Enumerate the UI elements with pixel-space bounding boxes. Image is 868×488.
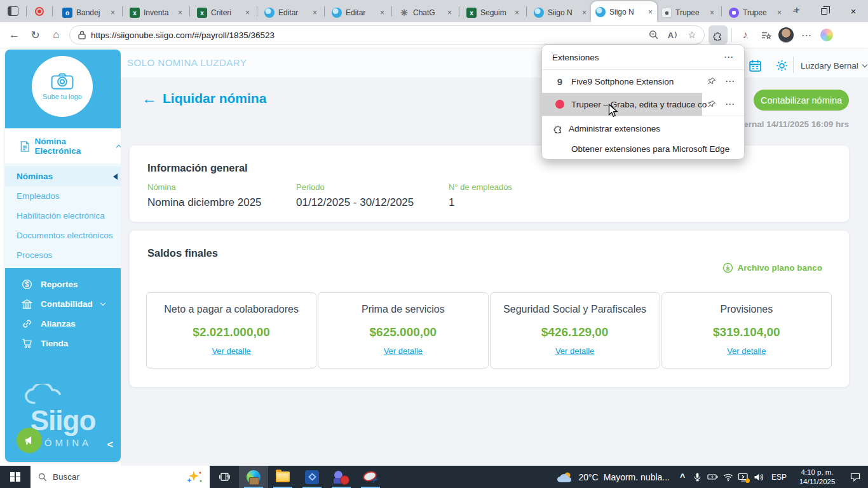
language-indicator[interactable]: ESP [766, 473, 792, 482]
tab-editar-2[interactable]: Editar× [327, 3, 389, 22]
back-arrow-icon[interactable]: ← [142, 91, 157, 106]
address-bar[interactable]: https://siigonube.siigo.com/#/payroll/18… [69, 25, 705, 44]
saldos-title: Saldos finales [147, 247, 849, 259]
sidebar-section-nomina-electronica[interactable]: Nómina Electrónica [5, 137, 121, 156]
taskbar-edge-app[interactable] [239, 466, 268, 488]
bank-file-link[interactable]: Archivo plano banco [722, 262, 822, 273]
tab-close-icon[interactable]: × [447, 9, 452, 17]
pin-icon[interactable] [707, 100, 716, 109]
tray-expand-icon[interactable]: ^ [675, 466, 690, 488]
tab-siigo-1[interactable]: Siigo N× [529, 3, 591, 22]
task-view-button[interactable] [210, 466, 239, 488]
sidebar-item-reportes[interactable]: Reportes [5, 274, 121, 294]
extension-item-five9[interactable]: 9 Five9 Softphone Extension ⋯ [542, 70, 744, 93]
cart-icon [22, 338, 32, 349]
profile-avatar[interactable] [776, 25, 796, 44]
trupeer-icon [661, 8, 672, 18]
taskbar-weather[interactable]: 20°C Mayorm. nubla... [552, 466, 675, 488]
tab-close-icon[interactable]: × [245, 9, 250, 17]
copilot-icon[interactable] [817, 25, 836, 44]
media-controls-icon[interactable]: ♪◦ [736, 25, 755, 44]
coin-icon [22, 279, 32, 290]
tab-siigo-active[interactable]: Siigo N× [591, 1, 657, 22]
read-aloud-icon[interactable]: A [663, 26, 682, 44]
saldo-card-neto: Neto a pagar a colaboradores $2.021.000,… [146, 292, 316, 369]
url-text[interactable]: https://siigonube.siigo.com/#/payroll/18… [91, 30, 644, 40]
upload-logo-button[interactable]: Sube tu logo [32, 56, 93, 117]
tab-bandeja[interactable]: oBandej× [58, 3, 119, 22]
collapse-sidebar-icon[interactable]: < [107, 439, 113, 451]
calendar-icon[interactable] [747, 58, 763, 73]
get-extensions[interactable]: Obtener extensiones para Microsoft Edge [542, 139, 744, 159]
cast-icon[interactable] [736, 466, 751, 488]
favorite-star-icon[interactable]: ☆ [682, 26, 702, 44]
sidebar-item-alianzas[interactable]: Alianzas [5, 314, 121, 334]
sidebar-item-documentos[interactable]: Documentos electrónicos [5, 226, 121, 245]
back-button[interactable]: ← [4, 25, 25, 45]
siigo-icon [264, 8, 275, 18]
battery-icon[interactable] [705, 466, 721, 488]
gear-icon[interactable] [774, 58, 789, 73]
tab-close-icon[interactable]: × [582, 9, 587, 17]
zoom-out-icon[interactable] [644, 26, 663, 44]
extensions-button[interactable] [709, 25, 728, 44]
taskbar-blue-app[interactable] [297, 466, 327, 488]
start-button[interactable] [0, 466, 31, 488]
extension-more-icon[interactable]: ⋯ [725, 98, 735, 110]
sidebar-item-contabilidad[interactable]: Contabilidad [5, 294, 121, 314]
speaker-icon[interactable] [751, 466, 766, 488]
tab-criterios[interactable]: xCriteri× [193, 3, 254, 22]
announcements-button[interactable] [17, 428, 42, 453]
sidebar-item-habilitacion[interactable]: Habilitación electrónica [5, 206, 121, 226]
user-menu[interactable]: Luzdary Bernal [801, 61, 867, 71]
sidebar-item-tienda[interactable]: Tienda [5, 334, 121, 353]
home-button[interactable]: ⌂ [46, 25, 67, 45]
collections-icon[interactable] [756, 25, 775, 44]
sidebar-item-nominas[interactable]: Nóminas [5, 166, 121, 186]
tab-close-icon[interactable]: × [648, 8, 653, 16]
settings-more-icon[interactable]: ⋯ [797, 25, 816, 44]
tab-chatgpt[interactable]: ✳ChatG× [395, 3, 456, 22]
extension-item-trupeer[interactable]: Trupeer – Graba, edita y traduce co... ⋯ [542, 93, 744, 116]
minimize-button[interactable]: − [780, 0, 810, 22]
tab-close-icon[interactable]: × [515, 9, 519, 17]
snipping-tool-icon: ✂ [363, 471, 378, 484]
tab-close-icon[interactable]: × [380, 9, 384, 17]
manage-extensions[interactable]: Administrar extensiones [542, 118, 744, 139]
refresh-button[interactable]: ↻ [25, 25, 46, 45]
pin-icon[interactable] [707, 77, 716, 86]
sidebar-item-procesos[interactable]: Procesos [5, 245, 121, 265]
taskbar-explorer-app[interactable] [268, 466, 297, 488]
tab-close-icon[interactable]: × [111, 9, 115, 17]
extension-more-icon[interactable]: ⋯ [725, 76, 735, 87]
contabilizar-button[interactable]: Contabilizar nómina [754, 90, 849, 111]
tab-editar-1[interactable]: Editar× [260, 3, 322, 22]
ver-detalle-link[interactable]: Ver detalle [555, 346, 594, 356]
lock-icon [78, 30, 86, 39]
ver-detalle-link[interactable]: Ver detalle [384, 346, 423, 356]
wifi-icon[interactable] [721, 466, 736, 488]
taskbar-search-input[interactable]: Buscar [31, 466, 210, 488]
notification-center-icon[interactable] [843, 472, 868, 482]
tab-trupeer-1[interactable]: Trupee× [657, 3, 719, 22]
siigo-icon [595, 7, 606, 17]
close-button[interactable]: × [839, 0, 868, 22]
more-options-icon[interactable]: ⋯ [724, 51, 734, 63]
recording-indicator-icon[interactable] [35, 7, 44, 16]
microphone-icon[interactable] [690, 466, 705, 488]
tab-trupeer-2[interactable]: Trupee× [724, 3, 786, 22]
tab-seguimiento[interactable]: xSeguim× [462, 3, 524, 22]
tab-inventario[interactable]: xInventa× [125, 3, 187, 22]
workspaces-icon[interactable] [8, 6, 18, 16]
taskbar-snip-app[interactable]: ✂ [356, 466, 385, 488]
restore-button[interactable] [810, 0, 839, 22]
ver-detalle-link[interactable]: Ver detalle [212, 346, 250, 356]
company-name: SOLO NOMINA LUZDARY [127, 57, 247, 68]
tab-close-icon[interactable]: × [710, 9, 714, 17]
taskbar-teams-app[interactable] [327, 466, 356, 488]
taskbar-clock[interactable]: 4:10 p. m. 14/11/2025 [792, 468, 843, 487]
ver-detalle-link[interactable]: Ver detalle [727, 346, 766, 356]
tab-close-icon[interactable]: × [178, 9, 182, 17]
tab-close-icon[interactable]: × [313, 9, 317, 17]
sidebar-item-empleados[interactable]: Empleados [5, 186, 121, 206]
